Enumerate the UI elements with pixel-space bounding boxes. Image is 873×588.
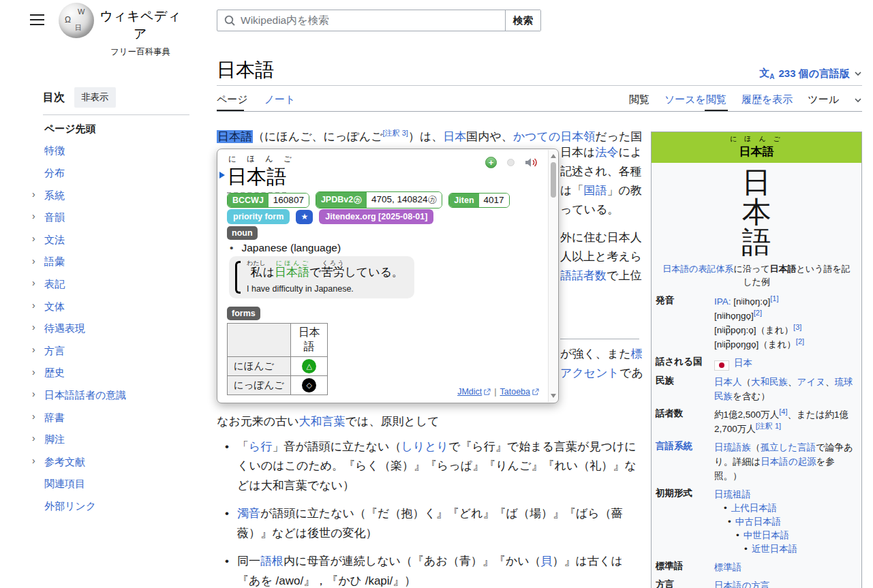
toc-item[interactable]: 関連項目 (44, 474, 189, 496)
ipa-line: IPA: [nʲiho̞ŋ:o̞][1] (714, 294, 859, 309)
forms-reading-cell: にっぽんご (228, 376, 291, 395)
toc-item[interactable]: 待遇表現 (44, 318, 189, 340)
toc-item[interactable]: 文法 (44, 229, 189, 251)
row-label: 民族 (652, 373, 713, 405)
forms-table: 日本語 にほんご にっぽんご (227, 323, 328, 395)
table-row: にっぽんご (228, 376, 328, 395)
dictionary-popup: に ほ ん ご 日本語 BCCWJ160807 JPDBv2㋕4705, 140… (217, 149, 559, 403)
toc-item[interactable]: 参考文献 (44, 451, 189, 474)
toc-item[interactable]: 分布 (44, 162, 189, 185)
toc-hide-button[interactable]: 非表示 (74, 87, 116, 108)
popup-scrollbar[interactable] (548, 150, 557, 402)
logo-subtitle: フリー百科事典 (96, 46, 185, 58)
chevron-right-icon[interactable] (32, 411, 35, 422)
chevron-right-icon[interactable] (32, 433, 35, 444)
toc-item[interactable]: 脚注 (44, 429, 189, 451)
chevron-right-icon[interactable] (32, 455, 35, 466)
add-note-icon[interactable] (485, 157, 497, 168)
search-icon (224, 15, 235, 26)
occluded-text-line: アクセントであ (560, 365, 643, 381)
tab-history[interactable]: 履歴を表示 (741, 93, 793, 106)
definition-text: Japanese (language) (230, 242, 341, 254)
search-bar[interactable]: 検索 (217, 10, 541, 31)
tree-item[interactable]: 上代日本語 (714, 501, 859, 515)
wikipedia-globe-logo[interactable]: ΩW日 (59, 3, 94, 38)
tree-item[interactable]: 中世日本語 (714, 529, 859, 542)
infobox-caption: 日本語の表記体系に沿って日本語という語を記した例 (652, 261, 861, 292)
toc-item[interactable]: 表記 (44, 273, 189, 296)
row-label: 発音 (652, 292, 713, 354)
toc-item[interactable]: 日本語話者の意識 (44, 384, 189, 407)
toc-item[interactable]: 歴史 (44, 362, 189, 385)
language-selector-button[interactable]: 文A 233 個の言語版 (759, 67, 862, 80)
popup-footer-links: JMdict | Tatoeba (457, 387, 539, 397)
toc-item[interactable]: 辞書 (44, 407, 189, 429)
chevron-right-icon[interactable] (32, 233, 35, 244)
row-label: 話者数 (652, 405, 713, 438)
chevron-right-icon[interactable] (32, 300, 35, 311)
frequency-tag-row: BCCWJ160807 JPDBv2㋕4705, 140824㋕ Jiten40… (227, 191, 510, 208)
tab-view-source[interactable]: ソースを閲覧 (664, 93, 726, 106)
chevron-right-icon[interactable] (32, 344, 35, 355)
row-label-link[interactable]: 言語系統 (652, 438, 713, 485)
ipa-line: [nʲip̚po̞ŋgo̞]（まれ）[2] (714, 337, 859, 352)
toc-item[interactable]: 外部リンク (44, 495, 189, 518)
scroll-up-arrow-icon[interactable] (551, 154, 556, 158)
toc-item[interactable]: 特徴 (44, 140, 189, 163)
dictionary-source-tag[interactable]: Jitendex.org [2025-08-01] (319, 209, 433, 224)
tab-talk[interactable]: ノート (264, 93, 296, 106)
toc-item-top[interactable]: ページ先頭 (44, 118, 189, 140)
tab-page[interactable]: ページ (217, 93, 248, 106)
namespace-tabs: ページ ノート (217, 93, 295, 106)
star-icon[interactable] (296, 210, 313, 224)
forms-tag: forms (227, 307, 260, 320)
frequency-tag: Jiten4017 (448, 193, 509, 208)
toc-item[interactable]: 方言 (44, 340, 189, 362)
ipa-line: [nʲiho̞ŋgo̞][2] (714, 309, 859, 323)
chevron-down-icon (854, 71, 862, 76)
tab-read[interactable]: 閲覧 (629, 93, 649, 106)
chevron-right-icon[interactable] (32, 277, 35, 288)
toc-item[interactable]: 音韻 (44, 206, 189, 229)
example-sentence-box: 私わたしは日本語にほんごで苦労くろうしている。 I have difficult… (229, 256, 414, 298)
language-count-label: 233 個の言語版 (778, 67, 850, 80)
circled-diamond-icon (302, 378, 316, 392)
tabs-divider (217, 111, 862, 112)
chevron-right-icon[interactable] (32, 256, 35, 266)
tree-item[interactable]: 近世日本語 (714, 542, 859, 556)
wikipedia-wordmark[interactable]: ウィキペディア フリー百科事典 (96, 7, 185, 58)
translate-icon: 文A (759, 67, 774, 80)
chevron-right-icon[interactable] (32, 189, 35, 200)
view-tabs: 閲覧 ソースを閲覧 履歴を表示 ツール (629, 93, 862, 106)
external-link-icon (532, 388, 539, 396)
speaker-audio-icon[interactable] (525, 157, 538, 168)
chevron-right-icon[interactable] (32, 388, 35, 399)
chevron-down-icon[interactable] (854, 97, 862, 103)
chevron-right-icon[interactable] (32, 367, 35, 377)
infobox-header: に ほ ん ご 日本語 (652, 132, 861, 163)
table-row: 話される国 日本 (652, 354, 861, 373)
row-label: 方言 (652, 576, 713, 588)
tatoeba-link[interactable]: Tatoeba (500, 387, 539, 397)
infobox-furigana: に ほ ん ご (652, 134, 861, 144)
paragraph: なお元来の古い大和言葉では、原則として (217, 412, 642, 432)
scroll-down-arrow-icon[interactable] (551, 394, 556, 398)
toc-item[interactable]: 語彙 (44, 251, 189, 274)
search-button[interactable]: 検索 (505, 10, 540, 31)
row-label: 話される国 (652, 354, 713, 373)
example-japanese: 私わたしは日本語にほんごで苦労くろうしている。 (247, 260, 403, 283)
jmdict-link[interactable]: JMdict (457, 387, 491, 397)
tree-item[interactable]: 中古日本語 (714, 515, 859, 529)
toc-item[interactable]: 系統 (44, 185, 189, 207)
table-row: 方言 日本語の方言 (652, 576, 861, 588)
tools-menu[interactable]: ツール (808, 93, 839, 106)
toc-item[interactable]: 文体 (44, 296, 189, 318)
list-item: 「ら行」音が語頭に立たない（しりとりで『ら行』で始まる言葉が見つけにくいのはこの… (217, 437, 642, 496)
search-input[interactable] (241, 14, 505, 27)
scrollbar-thumb[interactable] (551, 162, 556, 198)
chevron-right-icon[interactable] (32, 322, 35, 332)
chevron-right-icon[interactable] (32, 211, 35, 221)
hamburger-menu-icon[interactable] (30, 14, 44, 25)
calligraphy-image: 日 本 語 (652, 163, 861, 261)
headword: 日本語 (227, 164, 286, 194)
